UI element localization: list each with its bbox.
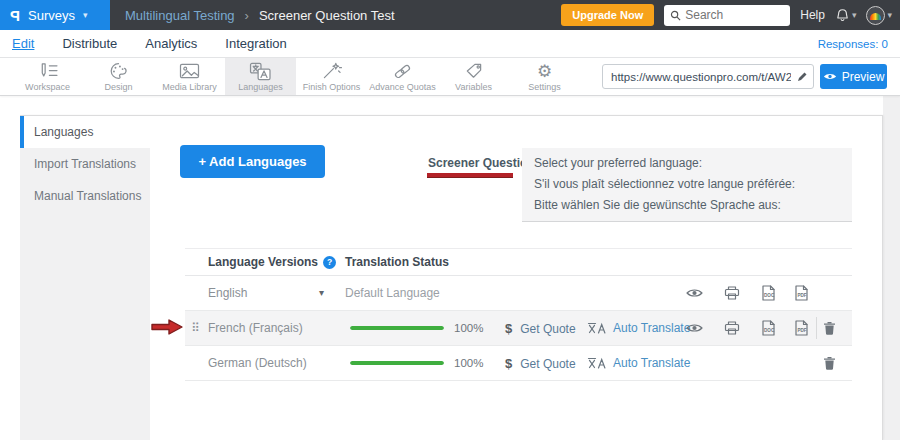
table-row-french: ⠿ French (Français) 100% $ Get Quote Aut… <box>185 311 852 346</box>
product-switcher[interactable]: P Surveys ▾ <box>0 0 110 30</box>
top-bar: P Surveys ▾ Multilingual Testing › Scree… <box>0 0 900 30</box>
survey-url-group: Preview <box>602 58 887 95</box>
global-search[interactable] <box>664 5 790 26</box>
svg-text:PDF: PDF <box>797 328 806 333</box>
edit-toolbar: Workspace Design Media Library Languages… <box>0 58 900 96</box>
drag-handle-icon[interactable]: ⠿ <box>191 321 200 335</box>
search-icon <box>670 10 681 21</box>
dollar-icon: $ <box>505 356 512 371</box>
chevron-down-icon: ▾ <box>83 11 88 20</box>
tab-analytics[interactable]: Analytics <box>145 36 197 51</box>
auto-translate-icon <box>587 357 607 369</box>
default-language-select[interactable]: English ▾ <box>208 286 324 300</box>
toolbar-item-variables[interactable]: Variables <box>438 58 509 95</box>
languages-panel: Languages Import Translations Manual Tra… <box>20 115 883 440</box>
default-language-status: Default Language <box>345 286 440 300</box>
questionpro-logo-icon: P <box>10 7 20 24</box>
bell-icon <box>835 8 850 23</box>
svg-text:PDF: PDF <box>797 293 806 298</box>
toolbar-item-label: Finish Options <box>303 82 361 92</box>
app-window: P Surveys ▾ Multilingual Testing › Scree… <box>0 0 900 440</box>
breadcrumb-separator-icon: › <box>245 8 249 23</box>
toolbar-item-label: Variables <box>455 82 492 92</box>
header-language-versions: Language Versions ? <box>208 255 336 269</box>
delete-language-button[interactable] <box>823 321 836 336</box>
breadcrumb-folder[interactable]: Multilingual Testing <box>125 8 235 23</box>
delete-language-button[interactable] <box>823 356 836 371</box>
toolbar-item-label: Advance Quotas <box>369 82 436 92</box>
screener-line-german: Bitte wählen Sie die gewünschte Sprache … <box>534 195 840 216</box>
print-button[interactable] <box>724 321 740 336</box>
dollar-icon: $ <box>505 321 512 336</box>
languages-main: + Add Languages Screener Question : Sele… <box>150 116 882 440</box>
product-label: Surveys <box>28 8 75 23</box>
add-languages-button[interactable]: + Add Languages <box>180 145 325 178</box>
toolbar-item-label: Media Library <box>162 82 217 92</box>
advance-quotas-icon <box>392 62 413 81</box>
content-area: Languages Import Translations Manual Tra… <box>0 96 900 440</box>
tab-distribute[interactable]: Distribute <box>62 36 117 51</box>
export-pdf-button[interactable]: PDF <box>794 320 809 337</box>
notifications-menu[interactable]: ▾ <box>835 8 857 23</box>
auto-translate-link[interactable]: Auto Translate <box>587 321 690 335</box>
print-button[interactable] <box>724 286 740 301</box>
sidebar-item-manual-translations[interactable]: Manual Translations <box>20 180 150 212</box>
toolbar-item-advance-quotas[interactable]: Advance Quotas <box>367 58 438 95</box>
topbar-actions: Upgrade Now Help ▾ ▾ <box>561 4 900 26</box>
export-doc-button[interactable]: DOC <box>761 285 776 302</box>
search-input[interactable] <box>685 8 775 22</box>
get-quote-link[interactable]: $ Get Quote <box>505 356 576 371</box>
export-pdf-button[interactable]: PDF <box>794 285 809 302</box>
settings-gear-icon: ⚙ <box>537 62 552 81</box>
survey-url-input[interactable] <box>602 64 814 89</box>
language-name: German (Deutsch) <box>208 356 307 370</box>
avatar <box>866 6 885 25</box>
svg-text:DOC: DOC <box>764 293 775 298</box>
translation-progress-bar <box>350 361 444 365</box>
divider <box>816 317 817 339</box>
toolbar-item-design[interactable]: Design <box>83 58 154 95</box>
finish-options-icon <box>322 62 342 81</box>
export-doc-button[interactable]: DOC <box>761 320 776 337</box>
toolbar-item-media-library[interactable]: Media Library <box>154 58 225 95</box>
chevron-down-icon: ▾ <box>852 11 857 20</box>
design-palette-icon <box>109 62 128 81</box>
sidebar-item-import-translations[interactable]: Import Translations <box>20 148 150 180</box>
screener-question-box: Select your preferred language: S'il vou… <box>522 148 852 222</box>
table-row-german: German (Deutsch) 100% $ Get Quote Auto T… <box>185 346 852 381</box>
toolbar-item-workspace[interactable]: Workspace <box>12 58 83 95</box>
screener-line-french: S'il vous plaît sélectionnez votre langu… <box>534 174 840 195</box>
auto-translate-link[interactable]: Auto Translate <box>587 356 690 370</box>
progress-percent: 100% <box>454 322 483 334</box>
progress-fill <box>350 326 444 330</box>
edit-url-pencil-icon[interactable] <box>797 71 808 82</box>
account-menu[interactable]: ▾ <box>866 6 892 25</box>
annotation-arrow-icon <box>150 318 184 336</box>
help-link[interactable]: Help <box>800 8 825 22</box>
get-quote-link[interactable]: $ Get Quote <box>505 321 576 336</box>
toolbar-item-finish-options[interactable]: Finish Options <box>296 58 367 95</box>
preview-button[interactable]: Preview <box>820 64 887 89</box>
languages-icon <box>249 62 272 81</box>
toolbar-item-languages[interactable]: Languages <box>225 58 296 95</box>
table-row-english: English ▾ Default Language DOC PDF <box>185 276 852 311</box>
annotation-underline <box>427 173 513 177</box>
help-badge-icon[interactable]: ? <box>323 256 336 269</box>
responses-count[interactable]: Responses: 0 <box>818 38 888 50</box>
tab-edit[interactable]: Edit <box>12 36 34 51</box>
view-translation-button[interactable] <box>686 288 703 298</box>
toolbar-item-settings[interactable]: ⚙ Settings <box>509 58 580 95</box>
chevron-down-icon: ▾ <box>887 11 892 20</box>
upgrade-now-button[interactable]: Upgrade Now <box>561 4 654 26</box>
progress-fill <box>350 361 444 365</box>
chevron-down-icon: ▾ <box>319 288 324 298</box>
language-versions-table: Language Versions ? Translation Status E… <box>185 248 852 381</box>
sidebar-item-languages[interactable]: Languages <box>20 116 150 148</box>
toolbar-item-label: Languages <box>238 82 283 92</box>
toolbar-item-label: Settings <box>528 82 561 92</box>
breadcrumb: Multilingual Testing › Screener Question… <box>125 8 395 23</box>
breadcrumb-survey-title: Screener Question Test <box>259 8 395 23</box>
tab-integration[interactable]: Integration <box>225 36 286 51</box>
screener-line-english: Select your preferred language: <box>534 153 840 174</box>
view-translation-button[interactable] <box>686 323 703 333</box>
